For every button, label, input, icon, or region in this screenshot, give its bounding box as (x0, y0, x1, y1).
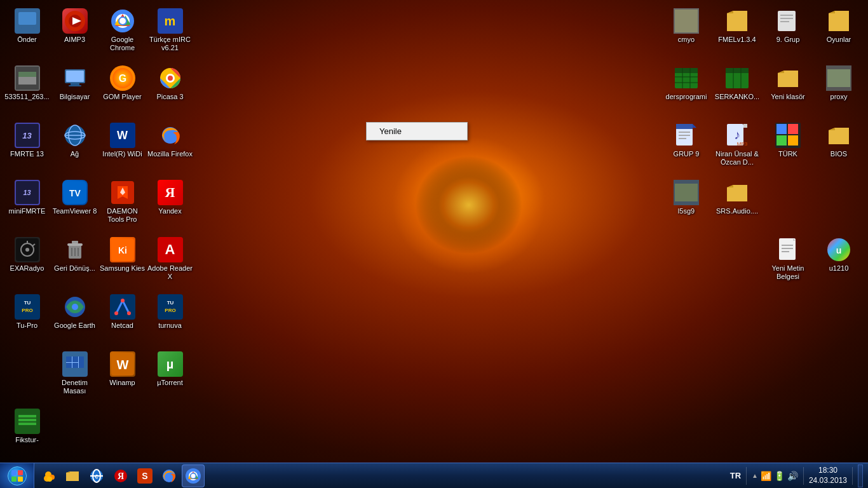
taskbar-right: TR ▲ 📶 🔋 🔊 18:30 24.03.2013 (725, 463, 868, 488)
icon-adobe[interactable]: A Adobe Reader X (146, 232, 194, 289)
svg-rect-70 (675, 10, 698, 32)
svg-rect-59 (72, 356, 78, 362)
svg-text:G: G (118, 73, 126, 84)
icon-turnuva[interactable]: TUPRO turnuva (146, 289, 194, 346)
svg-rect-12 (18, 72, 36, 77)
show-desktop-button[interactable] (858, 464, 863, 487)
cmyo-icon (674, 8, 699, 34)
system-tray: ▲ 📶 🔋 🔊 (752, 471, 798, 481)
adobe-label: Adobe Reader X (147, 264, 193, 281)
svg-rect-100 (788, 135, 798, 146)
icon-niranunsal[interactable]: ♪MP3 Niran Ünsal & Özcan D... (712, 118, 762, 175)
icon-mirc[interactable]: m Türkçe mIRC v6.21 (146, 3, 194, 60)
svg-rect-99 (776, 135, 787, 146)
taskbar-chrome-active-icon[interactable] (182, 464, 205, 487)
tray-expand-icon[interactable]: ▲ (752, 472, 758, 479)
icon-yandex[interactable]: Я Yandex (146, 175, 194, 232)
chrome-icon (110, 8, 135, 34)
icon-turk[interactable]: TÜRK (763, 118, 813, 175)
taskbar-firefox-icon[interactable] (158, 464, 180, 487)
icon-teamviewer[interactable]: TV TeamViewer 8 (51, 175, 98, 232)
icon-earth[interactable]: Google Earth (51, 289, 98, 346)
svg-rect-106 (782, 251, 789, 252)
icon-ag[interactable]: Ağ (51, 118, 98, 175)
battery-icon: 🔋 (774, 471, 785, 481)
oyunlar-label: Oyunlar (827, 36, 851, 44)
icon-bios[interactable]: BIOS (814, 118, 864, 175)
icon-firefox[interactable]: Mozilla Firefox (146, 118, 194, 175)
yeniklasör-label: Yeni klasör (771, 93, 804, 101)
clock[interactable]: 18:30 24.03.2013 (809, 466, 847, 485)
icon-exa[interactable]: EXARadyo (3, 232, 51, 289)
denetim-icon (62, 351, 88, 377)
icon-yeniklasör[interactable]: Yeni klasör (763, 60, 813, 118)
icon-i5sg9[interactable]: l5sg9 (661, 175, 711, 232)
taskbar-spark-icon[interactable]: S (133, 464, 156, 487)
taskbar: e Я S TR (0, 463, 868, 488)
icon-fikstur[interactable]: Fikstur- (3, 403, 51, 461)
svg-rect-76 (675, 68, 698, 73)
trash-icon (62, 237, 88, 262)
svg-rect-86 (827, 69, 850, 87)
exa-label: EXARadyo (10, 264, 44, 273)
icon-chrome[interactable]: Google Chrome (98, 3, 146, 60)
volume-icon[interactable]: 🔊 (787, 471, 798, 481)
svg-point-9 (119, 18, 126, 24)
icon-serkanko[interactable]: SERKANKO... (712, 60, 762, 118)
icon-oyunlar[interactable]: Oyunlar (814, 3, 864, 60)
bios-label: BIOS (831, 150, 847, 158)
9grup-icon (775, 8, 801, 34)
svg-text:S: S (142, 471, 147, 481)
utorrent-label: µTorrent (157, 379, 183, 387)
icon-gomplayer[interactable]: G GOM Player (98, 60, 146, 118)
context-menu: Yenile (366, 122, 468, 140)
taskbar-weather-icon[interactable] (37, 464, 60, 487)
language-indicator[interactable]: TR (730, 471, 741, 480)
svg-rect-72 (780, 15, 793, 16)
svg-rect-66 (18, 415, 36, 417)
icon-cmyo[interactable]: cmyo (661, 3, 711, 60)
icon-samsung[interactable]: Ki Samsung Kies (98, 232, 146, 289)
icon-file533[interactable]: 533511_263... (3, 60, 51, 118)
u1210-label: u1210 (829, 264, 849, 273)
icon-aimp3[interactable]: AIMP3 (51, 3, 98, 60)
icon-daemon[interactable]: DAEMON Tools Pro (98, 175, 146, 232)
icon-9grup[interactable]: 9. Grup (763, 3, 813, 60)
fikstur-label: Fikstur- (15, 436, 39, 444)
icon-proxy[interactable]: proxy (814, 60, 864, 118)
icon-fmrte13[interactable]: 13 FMRTE 13 (3, 118, 51, 175)
icon-denetim[interactable]: Denetim Masası (51, 346, 98, 403)
svg-point-48 (72, 304, 78, 310)
netcad-icon (110, 294, 135, 320)
icon-fmelv134[interactable]: FMELv1.3.4 (712, 3, 762, 60)
icon-utorrent[interactable]: µ µTorrent (146, 346, 194, 403)
icon-geri[interactable]: Geri Dönüş... (51, 232, 98, 289)
netcad-label: Netcad (111, 322, 133, 330)
icon-picasa3[interactable]: Picasa 3 (146, 60, 194, 118)
svg-rect-38 (72, 241, 78, 243)
icon-grup9[interactable]: GRUP 9 (661, 118, 711, 175)
icon-intel[interactable]: W Intel(R) WiDi (98, 118, 146, 175)
icon-onder[interactable]: Önder (3, 3, 51, 60)
svg-rect-91 (679, 138, 686, 139)
start-button[interactable] (0, 463, 34, 489)
icon-winamp[interactable]: W Winamp (98, 346, 146, 403)
grup9-icon (674, 123, 699, 148)
icon-dersprogrami[interactable]: dersprogrami (661, 60, 711, 118)
icon-yenimetin[interactable]: Yeni Metin Belgesi (763, 232, 813, 289)
icon-srsaudio[interactable]: SRS.Audio.... (712, 175, 762, 232)
icon-minifmrte[interactable]: 13 miniFMRTE (3, 175, 51, 232)
svg-rect-15 (71, 83, 79, 85)
svg-rect-98 (788, 124, 798, 134)
taskbar-ie-icon[interactable]: e (85, 464, 108, 487)
taskbar-yandex-browser-icon[interactable]: Я (109, 464, 132, 487)
svg-text:PRO: PRO (22, 308, 32, 313)
taskbar-explorer-icon[interactable] (61, 464, 84, 487)
icon-bilgisayar[interactable]: Bilgisayar (51, 60, 98, 118)
context-menu-yenile[interactable]: Yenile (367, 124, 467, 139)
icon-tupro[interactable]: TUPRO Tu-Pro (3, 289, 51, 346)
teamviewer-label: TeamViewer 8 (53, 207, 97, 215)
clock-date: 24.03.2013 (809, 476, 847, 486)
icon-netcad[interactable]: Netcad (98, 289, 146, 346)
icon-u1210[interactable]: u u1210 (814, 232, 864, 289)
